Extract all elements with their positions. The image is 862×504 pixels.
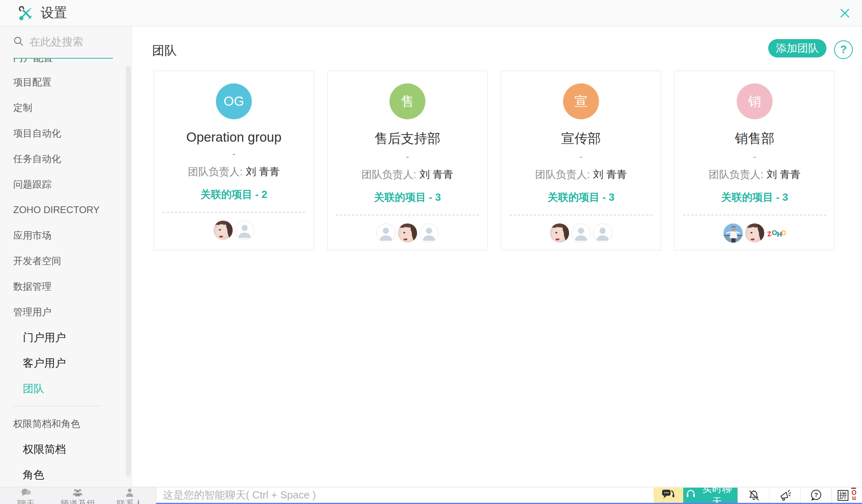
support-chat-button[interactable]: [654, 488, 683, 503]
sidebar-item[interactable]: 项目自动化: [0, 121, 132, 146]
associated-projects-link[interactable]: 关联的项目 - 3: [548, 191, 615, 203]
question-bubble-icon: ?: [810, 489, 822, 502]
team-owner-label: 团队负责人:: [535, 168, 590, 180]
team-members-row: [376, 223, 439, 243]
card-dashed-divider: [162, 212, 305, 213]
megaphone-icon: [779, 489, 791, 502]
chat-tab-1[interactable]: 聊天: [0, 487, 52, 504]
team-card[interactable]: 销 销售部 - 团队负责人:刘 青青 关联的项目 - 3 ZOHO: [674, 71, 835, 250]
svg-text:O: O: [772, 229, 777, 237]
sidebar-scrollbar-thumb[interactable]: [126, 66, 131, 477]
sidebar-item[interactable]: 项目配置: [0, 69, 132, 95]
ime-pinyin-badge[interactable]: 拼: [838, 490, 848, 501]
team-card[interactable]: OG Operation group - 团队负责人:刘 青青 关联的项目 - …: [154, 71, 314, 250]
team-owner-label: 团队负责人:: [709, 168, 763, 180]
member-avatar-photo-woman: [550, 223, 569, 243]
member-photo: [745, 223, 764, 243]
chat-tab-2[interactable]: 频道及组: [52, 487, 104, 504]
live-chat-label: 实时聊天: [699, 487, 735, 504]
teams-panel: 团队 添加团队 ? OG Operation group - 团队负责人:刘 青…: [132, 26, 862, 487]
member-avatar-photo-woman: [214, 221, 233, 240]
sidebar-item[interactable]: 角色: [0, 462, 132, 487]
ime-extra: O u: [852, 490, 856, 500]
person-icon: [125, 488, 134, 499]
svg-text:?: ?: [814, 491, 818, 498]
sidebar-item[interactable]: 数据管理: [0, 274, 132, 299]
team-owner: 团队负责人:刘 青青: [362, 168, 453, 180]
live-chat-button[interactable]: 实时聊天: [683, 488, 737, 503]
team-name: 售后支持部: [375, 130, 441, 148]
member-avatar-placeholder: [376, 223, 395, 243]
team-members-row: ZOHO: [724, 223, 786, 243]
sidebar-nav: 项目配置 定制 项目自动化 任务自动化 问题跟踪 ZOHO DIRECTORY …: [0, 69, 132, 487]
team-card[interactable]: 宣 宣传部 - 团队负责人:刘 青青 关联的项目 - 3: [501, 71, 661, 250]
add-team-button[interactable]: 添加团队: [768, 39, 826, 57]
zoho-logo-avatar: ZOHO: [767, 223, 786, 243]
help-chat-button[interactable]: ?: [800, 488, 832, 503]
sidebar-item[interactable]: 定制: [0, 95, 132, 121]
member-avatar-photo-man: [724, 223, 743, 243]
chat-input[interactable]: [162, 488, 654, 502]
sidebar-item[interactable]: 权限简档和角色: [0, 411, 132, 437]
sidebar-item[interactable]: 客户用户: [0, 350, 132, 376]
sidebar-item[interactable]: 任务自动化: [0, 146, 132, 172]
member-avatar-photo-woman: [398, 223, 417, 243]
team-card[interactable]: 售 售后支持部 - 团队负责人:刘 青青 关联的项目 - 3: [327, 71, 488, 250]
page-title: 设置: [41, 4, 67, 22]
group-icon: [72, 488, 84, 499]
svg-text:O: O: [781, 229, 786, 237]
settings-window: 设置 门户配置 项目配置 定制 项目自动化 任务自动化 问题跟踪: [0, 0, 862, 504]
bell-slash-icon: [747, 489, 760, 501]
sidebar-item[interactable]: ZOHO DIRECTORY: [0, 197, 132, 223]
mute-notifications-button[interactable]: [737, 488, 769, 503]
avatar-placeholder-icon: [377, 224, 395, 242]
card-dashed-divider: [510, 215, 652, 215]
content-title: 团队: [152, 42, 177, 59]
member-avatar-placeholder: [235, 221, 254, 240]
member-avatar-placeholder: [571, 223, 591, 243]
sidebar-item[interactable]: 权限简档: [0, 437, 132, 462]
card-dashed-divider: [336, 215, 479, 215]
member-photo: [214, 221, 233, 240]
avatar-placeholder-icon: [572, 224, 590, 242]
ime-dash: [851, 488, 856, 489]
sidebar-item[interactable]: 团队: [0, 376, 132, 401]
team-avatar: 宣: [563, 83, 599, 119]
sidebar-search: [0, 26, 132, 59]
team-avatar: 销: [737, 83, 773, 119]
team-members-row: [550, 223, 612, 243]
member-avatar-placeholder: [419, 223, 439, 243]
sidebar-search-input[interactable]: [29, 36, 113, 49]
team-description: -: [579, 151, 583, 162]
team-owner-label: 团队负责人:: [188, 166, 243, 178]
sidebar-divider: [0, 401, 132, 411]
team-owner-name: 刘 青青: [767, 168, 801, 180]
chat-tab-3[interactable]: 联系人: [104, 487, 156, 504]
team-owner-name: 刘 青青: [246, 166, 280, 178]
associated-projects-link[interactable]: 关联的项目 - 3: [721, 191, 788, 203]
chat-input-area: [156, 487, 654, 503]
team-cards-row: OG Operation group - 团队负责人:刘 青青 关联的项目 - …: [154, 71, 835, 250]
ime-indicator[interactable]: 拼 O u: [831, 488, 862, 503]
team-avatar: 售: [389, 83, 425, 119]
announcements-button[interactable]: [769, 488, 801, 503]
sidebar-item[interactable]: 管理用户: [0, 299, 132, 325]
chat-bottom-bar: 聊天 频道及组 联系人: [0, 487, 862, 504]
card-dashed-divider: [683, 215, 826, 215]
team-description: -: [232, 148, 235, 159]
team-avatar: OG: [216, 83, 252, 119]
sidebar-item[interactable]: 开发者空间: [0, 248, 132, 274]
team-name: 宣传部: [561, 130, 601, 148]
sidebar-item[interactable]: 门户用户: [0, 325, 132, 350]
associated-projects-link[interactable]: 关联的项目 - 3: [374, 191, 441, 203]
associated-projects-link[interactable]: 关联的项目 - 2: [200, 188, 267, 200]
help-icon[interactable]: ?: [834, 40, 853, 59]
search-icon: [13, 36, 24, 48]
settings-tools-icon: [18, 5, 34, 22]
sidebar-item[interactable]: 问题跟踪: [0, 172, 132, 197]
close-icon[interactable]: [837, 6, 852, 21]
sidebar-item[interactable]: 应用市场: [0, 223, 132, 248]
member-avatar-photo-woman: [745, 223, 764, 243]
member-avatar-zoho-logo: ZOHO: [767, 223, 786, 243]
team-name: Operation group: [186, 130, 282, 145]
